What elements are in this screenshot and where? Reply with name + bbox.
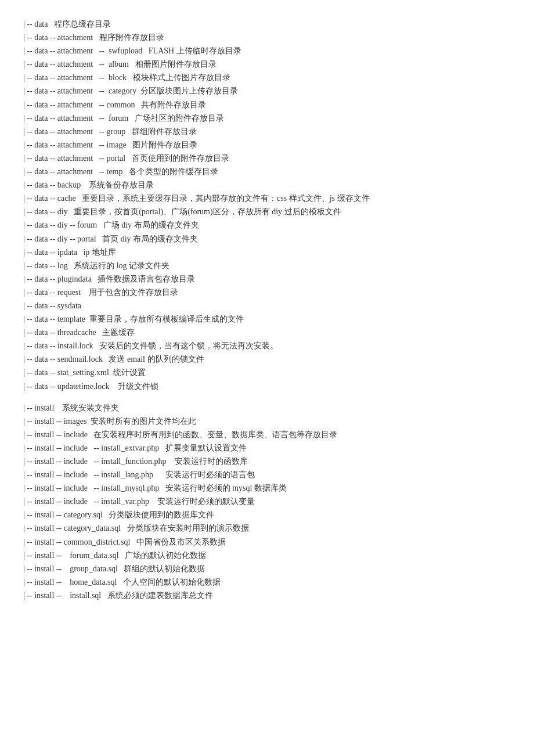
list-item: | -- data -- attachment -- album 相册图片附件存… [23,57,511,71]
list-item: | -- data -- template 重要目录，存放所有模板编译后生成的文… [23,312,511,326]
list-item: | -- data 程序总缓存目录 [23,17,511,31]
list-item: | -- data -- ipdata ip 地址库 [23,246,511,259]
list-item: | -- data -- attachment -- common 共有附件存放… [23,98,511,111]
list-item: | -- install -- include -- install_lang.… [23,468,511,481]
list-item: | -- data -- attachment -- forum 广场社区的附件… [23,111,511,125]
list-item: | -- install -- home_data.sql 个人空间的默认初始化… [23,575,511,589]
list-item: | -- install 系统安装文件夹 [23,401,511,415]
list-item: | -- install -- include -- install_var.p… [23,495,511,508]
list-item: | -- data -- install.lock 安装后的文件锁，当有这个锁，… [23,339,511,352]
content-area: | -- data 程序总缓存目录| -- data -- attachment… [23,17,511,602]
list-item: | -- install -- include 在安装程序时所有用到的函数、变量… [23,428,511,441]
list-item: | -- data -- threadcache 主题缓存 [23,326,511,339]
list-item: | -- install -- include -- install_funct… [23,455,511,468]
list-item: | -- data -- sysdata [23,299,511,312]
list-item: | -- data -- stat_setting.xml 统计设置 [23,366,511,379]
list-item: | -- data -- attachment -- image 图片附件存放目… [23,138,511,152]
list-item: | -- install -- common_district.sql 中国省份… [23,535,511,549]
list-item: | -- install -- include -- install_mysql… [23,481,511,495]
list-item: | -- data -- attachment -- group 群组附件存放目… [23,125,511,138]
list-item: | -- install -- group_data.sql 群组的默认初始化数… [23,562,511,575]
list-item: | -- install -- forum_data.sql 广场的默认初始化数… [23,549,511,562]
list-item: | -- data -- sendmail.lock 发送 email 的队列的… [23,352,511,366]
list-item: | -- data -- cache 重要目录，系统主要缓存目录，其内部存放的文… [23,192,511,205]
list-item: | -- install -- images 安装时所有的图片文件均在此 [23,415,511,428]
list-item: | -- data -- request 用于包含的文件存放目录 [23,286,511,299]
list-item: | -- data -- attachment -- portal 首页使用到的… [23,152,511,165]
list-item: | -- data -- attachment 程序附件存放目录 [23,31,511,44]
list-item: | -- data -- diy -- forum 广场 diy 布局的缓存文件… [23,218,511,232]
list-item: | -- install -- install.sql 系统必须的建表数据库总文… [23,589,511,602]
spacer [23,393,511,401]
list-item: | -- install -- category.sql 分类版块使用到的数据库… [23,508,511,521]
list-item: | -- data -- attachment -- block 模块样式上传图… [23,71,511,84]
list-item: | -- install -- include -- install_extva… [23,441,511,455]
list-item: | -- data -- backup 系统备份存放目录 [23,178,511,192]
list-item: | -- data -- log 系统运行的 log 记录文件夹 [23,259,511,272]
list-item: | -- data -- attachment -- swfupload FLA… [23,44,511,57]
list-item: | -- data -- diy 重要目录，按首页(portal)、广场(for… [23,205,511,218]
list-item: | -- data -- attachment -- temp 各个类型的附件缓… [23,165,511,178]
list-item: | -- data -- plugindata 插件数据及语言包存放目录 [23,272,511,286]
list-item: | -- data -- attachment -- category 分区版块… [23,84,511,98]
list-item: | -- install -- category_data.sql 分类版块在安… [23,521,511,535]
list-item: | -- data -- diy -- portal 首页 diy 布局的缓存文… [23,232,511,246]
list-item: | -- data -- updatetime.lock 升级文件锁 [23,380,511,393]
